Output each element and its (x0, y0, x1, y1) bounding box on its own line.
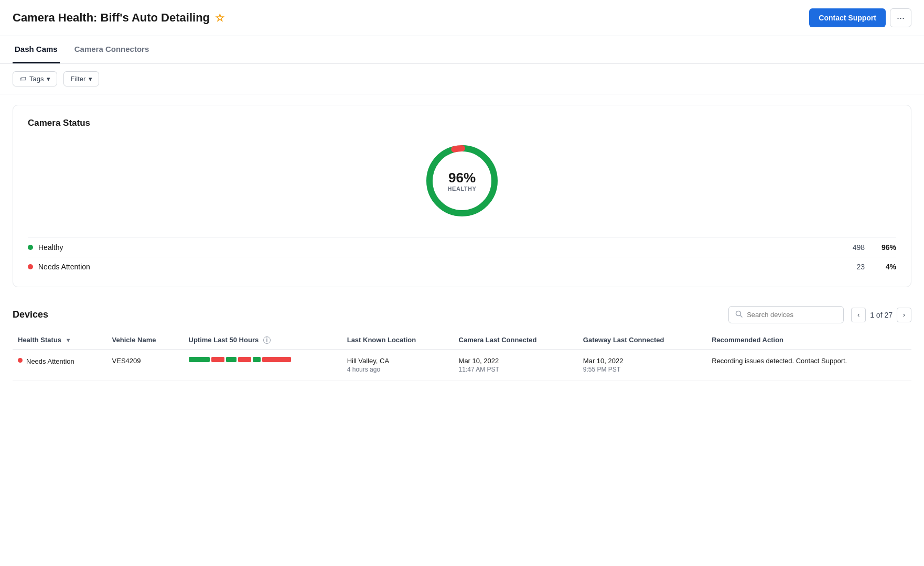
cell-health-status: Needs Attention (13, 350, 107, 381)
devices-header: Devices ‹ 1 of 27 › (13, 298, 911, 330)
search-input[interactable] (747, 311, 837, 319)
uptime-segment (253, 357, 261, 362)
needs-attention-dot (28, 264, 33, 269)
tab-dash-cams[interactable]: Dash Cams (13, 36, 60, 63)
next-page-button[interactable]: › (897, 308, 911, 322)
devices-title: Devices (13, 309, 48, 320)
table-header: Health Status ▼ Vehicle Name Uptime Last… (13, 330, 911, 350)
cell-location: Hill Valley, CA4 hours ago (342, 350, 454, 381)
needs-attention-row-dot (18, 358, 23, 363)
page-current: 1 of 27 (870, 311, 893, 319)
search-icon (735, 310, 743, 319)
devices-table: Health Status ▼ Vehicle Name Uptime Last… (13, 330, 911, 381)
donut-percent: 96% (448, 170, 477, 186)
devices-table-body: Needs AttentionVES4209Hill Valley, CA4 h… (13, 350, 911, 381)
filter-chevron-icon: ▾ (89, 75, 92, 83)
contact-support-button[interactable]: Contact Support (809, 8, 886, 27)
devices-section: Devices ‹ 1 of 27 › (0, 298, 924, 389)
donut-chart: 96% HEALTHY (420, 139, 504, 223)
sort-arrow-icon: ▼ (66, 337, 71, 343)
prev-page-button[interactable]: ‹ (851, 308, 866, 322)
svg-line-4 (740, 315, 743, 318)
page-title: Camera Health: Biff's Auto Detailing ☆ (13, 11, 224, 25)
header-actions: Contact Support ··· (809, 8, 911, 27)
search-box[interactable] (728, 306, 844, 323)
donut-center-text: 96% HEALTHY (448, 170, 477, 192)
cell-uptime (184, 350, 342, 381)
col-last-location: Last Known Location (342, 330, 454, 350)
col-camera-connected: Camera Last Connected (454, 330, 578, 350)
tab-camera-connectors[interactable]: Camera Connectors (72, 36, 152, 63)
camera-status-title: Camera Status (28, 118, 896, 128)
uptime-bar (189, 357, 337, 362)
uptime-segment (189, 357, 210, 362)
table-row: Needs AttentionVES4209Hill Valley, CA4 h… (13, 350, 911, 381)
legend-row-healthy: Healthy 498 96% (28, 237, 896, 257)
legend: Healthy 498 96% Needs Attention 23 4% (28, 237, 896, 276)
col-vehicle-name: Vehicle Name (107, 330, 184, 350)
title-text: Camera Health: Biff's Auto Detailing (13, 11, 210, 25)
filter-button[interactable]: Filter ▾ (63, 71, 99, 86)
col-gateway-connected: Gateway Last Connected (578, 330, 706, 350)
uptime-segment (238, 357, 251, 362)
healthy-dot (28, 245, 33, 250)
donut-chart-container: 96% HEALTHY (28, 139, 896, 223)
more-options-button[interactable]: ··· (890, 8, 911, 27)
cell-gateway-connected: Mar 10, 20229:55 PM PST (578, 350, 706, 381)
pagination: ‹ 1 of 27 › (851, 308, 911, 322)
filters-bar: 🏷 Tags ▾ Filter ▾ (0, 64, 924, 94)
tags-chevron-icon: ▾ (47, 75, 50, 83)
donut-status-label: HEALTHY (448, 185, 477, 191)
uptime-segment (211, 357, 224, 362)
col-health-status: Health Status ▼ (13, 330, 107, 350)
tags-filter-button[interactable]: 🏷 Tags ▾ (13, 71, 57, 86)
tag-icon: 🏷 (19, 75, 26, 83)
cell-vehicle-name: VES4209 (107, 350, 184, 381)
tabs-bar: Dash Cams Camera Connectors (0, 36, 924, 64)
col-recommended-action: Recommended Action (706, 330, 911, 350)
cell-camera-connected: Mar 10, 202211:47 AM PST (454, 350, 578, 381)
favorite-star-icon[interactable]: ☆ (215, 12, 224, 24)
page-header: Camera Health: Biff's Auto Detailing ☆ C… (0, 0, 924, 36)
legend-row-needs-attention: Needs Attention 23 4% (28, 257, 896, 276)
devices-controls: ‹ 1 of 27 › (728, 306, 911, 323)
cell-recommended-action: Recording issues detected. Contact Suppo… (706, 350, 911, 381)
camera-status-card: Camera Status 96% HEALTHY Heal (13, 105, 911, 287)
col-uptime: Uptime Last 50 Hours i (184, 330, 342, 350)
info-icon: i (263, 336, 271, 344)
uptime-segment (262, 357, 291, 362)
uptime-segment (226, 357, 237, 362)
